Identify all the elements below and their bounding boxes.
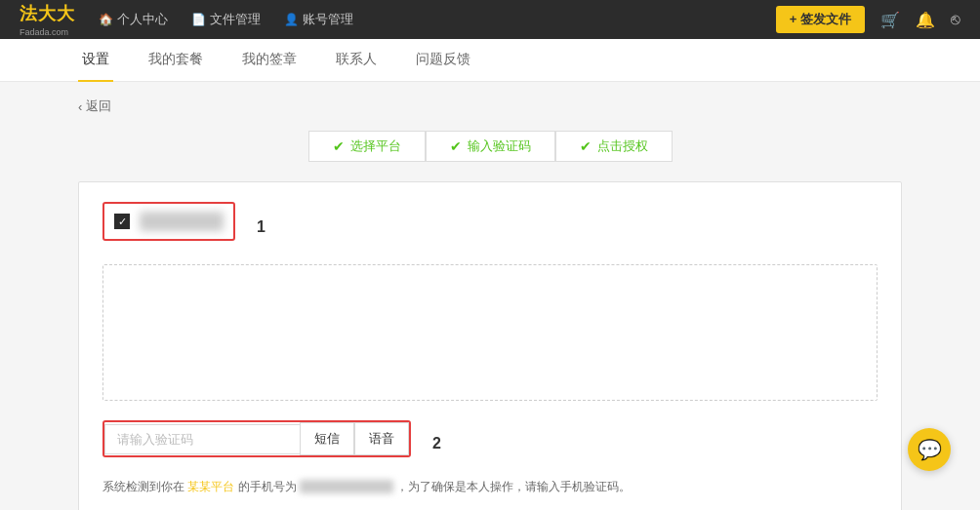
nav-personal-label: 个人中心 [117, 11, 168, 28]
subnav-packages[interactable]: 我的套餐 [144, 39, 207, 82]
notice-text: 系统检测到你在 某某平台 的手机号为 13X XXXX XXXX ，为了确保是本… [102, 479, 878, 495]
step2-number: 2 [432, 435, 441, 452]
cart-icon[interactable]: 🛒 [880, 11, 900, 29]
back-link[interactable]: ‹ 返回 [78, 98, 902, 115]
sms-button[interactable]: 短信 [300, 422, 354, 455]
notice-middle: 的手机号为 [238, 480, 297, 493]
step1-check-icon: ✔ [333, 138, 345, 154]
bell-icon[interactable]: 🔔 [916, 11, 935, 29]
step1-label: 选择平台 [350, 137, 401, 155]
platform-row: ✓ 某某平台百告 [102, 202, 235, 241]
nav-personal[interactable]: 🏠 个人中心 [99, 11, 168, 28]
subnav-signatures[interactable]: 我的签章 [238, 39, 301, 82]
nav-files-label: 文件管理 [210, 11, 261, 28]
step1-number: 1 [257, 218, 265, 236]
float-chat-bubble[interactable]: 💬 [908, 428, 951, 471]
home-icon: 🏠 [99, 13, 113, 26]
nav-account[interactable]: 👤 账号管理 [284, 11, 353, 28]
chat-icon: 💬 [918, 438, 942, 461]
top-nav: 法大大 Fadada.com 🏠 个人中心 📄 文件管理 👤 账号管理 + 签发… [0, 0, 980, 39]
nav-files[interactable]: 📄 文件管理 [191, 11, 261, 28]
subnav-settings[interactable]: 设置 [78, 39, 113, 82]
subnav-contacts[interactable]: 联系人 [332, 39, 381, 82]
step3-label: 点击授权 [597, 137, 648, 155]
nav-left: 法大大 Fadada.com 🏠 个人中心 📄 文件管理 👤 账号管理 [20, 2, 353, 37]
platform-name-blurred: 某某平台百告 [140, 212, 224, 231]
platform-checkbox[interactable]: ✓ [114, 214, 130, 229]
checkbox-check-icon: ✓ [118, 216, 127, 228]
notice-prefix: 系统检测到你在 [102, 480, 184, 493]
platform-row-wrapper: ✓ 某某平台百告 1 [102, 202, 878, 253]
step2-label: 输入验证码 [468, 137, 531, 155]
logo-text: 法大大 [20, 2, 75, 25]
notice-suffix: ，为了确保是本人操作，请输入手机验证码。 [396, 480, 631, 493]
voice-button[interactable]: 语音 [354, 422, 409, 455]
step2-check-icon: ✔ [450, 138, 462, 154]
sub-nav: 设置 我的套餐 我的签章 联系人 问题反馈 [0, 39, 980, 82]
verify-code-input[interactable] [104, 424, 300, 454]
page-content: ‹ 返回 ✔ 选择平台 ✔ 输入验证码 ✔ 点击授权 ✓ 某某平台百告 1 [0, 82, 980, 510]
step-select-platform: ✔ 选择平台 [308, 131, 426, 162]
user-icon: 👤 [284, 13, 299, 26]
logo[interactable]: 法大大 Fadada.com [20, 2, 75, 37]
logout-icon[interactable]: ⎋ [951, 11, 960, 28]
step-enter-code: ✔ 输入验证码 [426, 131, 555, 162]
step-authorize: ✔ 点击授权 [555, 131, 673, 162]
steps-bar: ✔ 选择平台 ✔ 输入验证码 ✔ 点击授权 [78, 131, 902, 162]
sign-file-button[interactable]: + 签发文件 [776, 6, 865, 33]
nav-right: + 签发文件 🛒 🔔 ⎋ [776, 6, 960, 33]
verify-row-wrapper: 短信 语音 2 [102, 420, 878, 467]
main-card: ✓ 某某平台百告 1 短信 语音 2 系统检测到你在 某某平台 的手机号为 13… [78, 181, 902, 510]
verify-row: 短信 语音 [102, 420, 411, 457]
content-area [102, 264, 878, 401]
step3-check-icon: ✔ [580, 138, 592, 154]
notice-phone-blurred: 13X XXXX XXXX [300, 480, 393, 493]
nav-account-label: 账号管理 [303, 11, 353, 28]
notice-platform: 某某平台 [187, 480, 234, 493]
subnav-feedback[interactable]: 问题反馈 [412, 39, 474, 82]
logo-sub: Fadada.com [20, 27, 75, 37]
back-label: 返回 [86, 98, 111, 115]
file-icon: 📄 [191, 13, 206, 26]
chevron-left-icon: ‹ [78, 99, 82, 114]
